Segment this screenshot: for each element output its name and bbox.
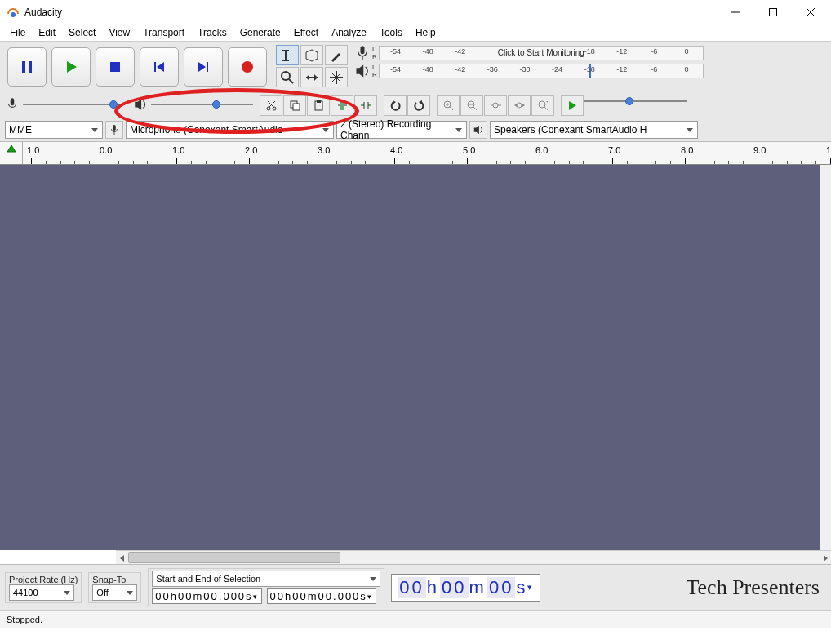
envelope-tool[interactable] <box>300 45 323 65</box>
pause-button[interactable] <box>7 47 47 87</box>
fit-selection-button[interactable] <box>484 95 507 116</box>
copy-button[interactable] <box>283 95 306 116</box>
cut-button[interactable] <box>260 95 282 116</box>
svg-marker-30 <box>135 99 141 110</box>
svg-rect-65 <box>113 125 116 131</box>
undo-button[interactable] <box>384 95 407 116</box>
minimize-button[interactable] <box>717 0 754 24</box>
click-to-monitor[interactable]: Click to Start Monitoring <box>498 48 584 57</box>
playback-meter[interactable]: LR -54-48-42-36-30-24-18-12-60 <box>354 63 704 79</box>
window-title: Audacity <box>24 7 717 18</box>
menu-tracks[interactable]: Tracks <box>191 25 233 40</box>
svg-rect-38 <box>317 100 321 103</box>
menu-view[interactable]: View <box>102 25 136 40</box>
svg-line-18 <box>289 79 293 83</box>
play-speed-slider[interactable] <box>584 95 687 107</box>
svg-line-51 <box>450 107 453 110</box>
hscroll-right[interactable] <box>819 551 831 565</box>
svg-marker-21 <box>314 74 318 81</box>
close-button[interactable] <box>792 0 829 24</box>
play-volume-icon <box>133 97 148 112</box>
selection-end-time[interactable]: 00h00m00.000s▾ <box>267 588 376 604</box>
zoom-toolbar <box>437 95 554 116</box>
menu-edit[interactable]: Edit <box>32 25 62 40</box>
play-lr-label: LR <box>372 64 377 78</box>
menu-file[interactable]: File <box>3 25 32 40</box>
record-meter[interactable]: LR Click to Start Monitoring -54-48-42-3… <box>354 45 704 61</box>
recording-channels-select[interactable]: 2 (Stereo) Recording Chann <box>336 121 467 139</box>
record-button[interactable] <box>228 47 267 87</box>
pin-button[interactable] <box>0 142 23 164</box>
status-bar: Stopped. <box>0 610 831 628</box>
tracks-panel[interactable] <box>0 165 831 550</box>
play-at-speed-button[interactable] <box>561 95 584 116</box>
svg-rect-6 <box>29 61 32 73</box>
draw-tool[interactable] <box>325 45 348 65</box>
svg-rect-15 <box>282 50 289 51</box>
playback-device-select[interactable]: Speakers (Conexant SmartAudio H <box>490 121 698 139</box>
menu-effect[interactable]: Effect <box>287 25 325 40</box>
microphone-icon <box>354 45 371 61</box>
record-meter-scale[interactable]: Click to Start Monitoring -54-48-42-36-3… <box>379 46 704 60</box>
project-rate-select[interactable]: 44100 <box>9 584 74 601</box>
edit-toolbar <box>260 95 377 116</box>
horizontal-scrollbar[interactable] <box>116 550 831 564</box>
snap-label: Snap-To <box>92 575 137 584</box>
selection-type-select[interactable]: Start and End of Selection <box>152 571 380 587</box>
svg-point-58 <box>517 103 522 108</box>
svg-point-13 <box>242 61 253 73</box>
svg-marker-20 <box>306 74 309 81</box>
maximize-button[interactable] <box>754 0 792 24</box>
selection-toolbar: Project Rate (Hz) 44100 Snap-To Off Star… <box>0 564 831 610</box>
selection-start-time[interactable]: 00h00m00.000s▾ <box>152 588 261 604</box>
svg-line-54 <box>473 107 477 110</box>
fit-project-button[interactable] <box>508 95 531 116</box>
rec-lr-label: LR <box>372 46 377 60</box>
menu-help[interactable]: Help <box>409 25 442 40</box>
svg-marker-59 <box>514 104 517 107</box>
stop-button[interactable] <box>96 47 135 87</box>
menu-analyze[interactable]: Analyze <box>325 25 373 40</box>
menu-generate[interactable]: Generate <box>233 25 287 40</box>
zoom-out-button[interactable] <box>460 95 483 116</box>
menu-transport[interactable]: Transport <box>136 25 191 40</box>
paste-button[interactable] <box>307 95 330 116</box>
menu-tools[interactable]: Tools <box>373 25 409 40</box>
multi-tool[interactable] <box>325 67 348 87</box>
svg-rect-5 <box>22 61 25 73</box>
recording-device-select[interactable]: Microphone (Conexant SmartAudio <box>126 121 334 139</box>
rec-device-icon <box>105 121 123 139</box>
svg-rect-14 <box>285 50 287 61</box>
timeshift-tool[interactable] <box>300 67 323 87</box>
skip-end-button[interactable] <box>184 47 223 87</box>
svg-marker-60 <box>522 104 525 107</box>
zoom-in-button[interactable] <box>437 95 460 116</box>
rec-volume-slider[interactable] <box>23 99 125 110</box>
hscroll-left[interactable] <box>116 551 128 565</box>
selection-tool[interactable] <box>276 45 299 65</box>
play-volume-slider[interactable] <box>151 99 253 110</box>
svg-rect-39 <box>340 101 344 110</box>
svg-marker-68 <box>7 145 16 152</box>
device-toolbar: MME Microphone (Conexant SmartAudio 2 (S… <box>0 118 831 142</box>
menu-select[interactable]: Select <box>62 25 102 40</box>
zoom-tool[interactable] <box>276 67 299 87</box>
status-text: Stopped. <box>7 615 42 624</box>
svg-marker-70 <box>824 555 828 562</box>
redo-button[interactable] <box>407 95 430 116</box>
silence-button[interactable] <box>354 95 377 116</box>
playback-meter-scale[interactable]: -54-48-42-36-30-24-18-12-60 <box>379 64 704 78</box>
timeline-ruler[interactable]: 1.00.01.02.03.04.05.06.07.08.09.010.0 <box>0 142 831 165</box>
play-button[interactable] <box>51 47 91 87</box>
svg-point-17 <box>282 72 290 80</box>
snap-select[interactable]: Off <box>92 584 137 601</box>
project-rate-group: Project Rate (Hz) 44100 <box>5 572 82 603</box>
skip-start-button[interactable] <box>140 47 179 87</box>
svg-marker-64 <box>569 101 576 110</box>
mixer-toolbar <box>5 97 253 112</box>
audio-host-select[interactable]: MME <box>5 121 103 139</box>
zoom-toggle-button[interactable] <box>531 95 554 116</box>
trim-button[interactable] <box>331 95 353 116</box>
hscroll-thumb[interactable] <box>128 552 340 563</box>
audio-position-time[interactable]: 00h 00m 00s▾ <box>391 574 540 602</box>
